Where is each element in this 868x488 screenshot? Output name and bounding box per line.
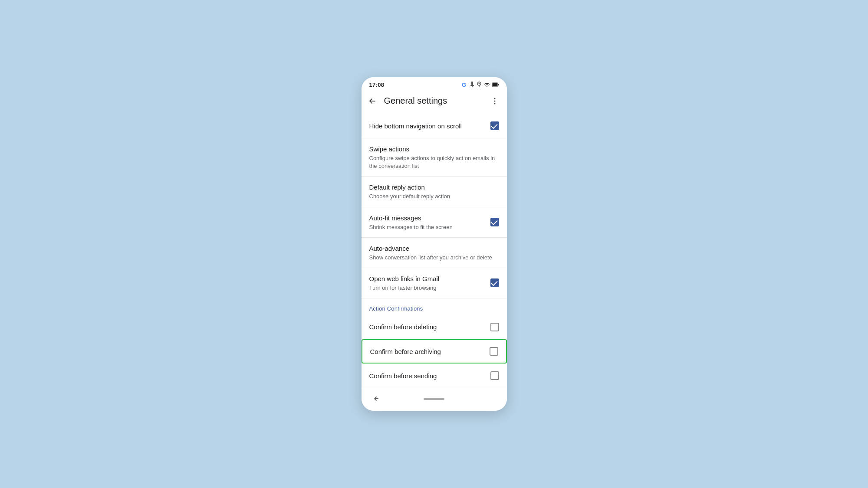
settings-item-subtitle: Shrink messages to fit the screen <box>369 223 490 231</box>
location-icon <box>477 82 482 88</box>
checkbox-confirm-before-sending[interactable] <box>490 371 499 380</box>
svg-text:G: G <box>462 82 466 88</box>
settings-list: Hide bottom navigation on scrollSwipe ac… <box>362 114 507 388</box>
settings-item-subtitle: Choose your default reply action <box>369 193 499 200</box>
settings-item-title: Confirm before deleting <box>369 322 490 331</box>
more-icon <box>490 96 500 106</box>
settings-item-title: Open web links in Gmail <box>369 274 490 283</box>
settings-item-auto-advance[interactable]: Auto-advanceShow conversation list after… <box>362 238 507 268</box>
checkbox-auto-fit-messages[interactable] <box>490 218 499 226</box>
home-pill[interactable] <box>424 398 444 400</box>
svg-point-5 <box>478 83 480 85</box>
settings-item-content: Default reply actionChoose your default … <box>369 183 499 200</box>
checkbox-confirm-before-deleting[interactable] <box>490 323 499 331</box>
settings-item-content: Auto-advanceShow conversation list after… <box>369 244 499 262</box>
nav-back-button[interactable] <box>369 392 383 406</box>
google-icon: G <box>462 82 468 88</box>
settings-item-title: Auto-advance <box>369 244 499 253</box>
battery-icon <box>492 82 499 87</box>
settings-item-auto-fit-messages[interactable]: Auto-fit messagesShrink messages to fit … <box>362 207 507 238</box>
section-header-action-confirmations-header: Action Confirmations <box>362 298 507 315</box>
settings-item-title: Confirm before sending <box>369 371 490 380</box>
more-options-button[interactable] <box>486 92 503 110</box>
status-bar: 17:08 G <box>362 77 507 90</box>
checkbox-open-web-links[interactable] <box>490 278 499 287</box>
settings-item-swipe-actions[interactable]: Swipe actionsConfigure swipe actions to … <box>362 138 507 177</box>
status-time: 17:08 <box>369 82 385 88</box>
app-bar: General settings <box>362 90 507 114</box>
svg-point-12 <box>494 103 495 104</box>
svg-rect-1 <box>471 82 473 85</box>
settings-item-confirm-before-deleting[interactable]: Confirm before deleting <box>362 315 507 339</box>
settings-item-title: Auto-fit messages <box>369 213 490 223</box>
settings-item-confirm-before-sending[interactable]: Confirm before sending <box>362 364 507 388</box>
svg-rect-9 <box>493 83 497 86</box>
settings-item-open-web-links[interactable]: Open web links in GmailTurn on for faste… <box>362 268 507 298</box>
svg-rect-8 <box>498 84 499 85</box>
phone-frame: 17:08 G <box>362 77 507 411</box>
checkbox-confirm-before-archiving[interactable] <box>490 347 498 356</box>
settings-item-content: Hide bottom navigation on scroll <box>369 121 490 131</box>
settings-item-subtitle: Turn on for faster browsing <box>369 284 490 292</box>
settings-item-default-reply-action[interactable]: Default reply actionChoose your default … <box>362 177 507 207</box>
svg-point-10 <box>494 98 495 99</box>
settings-item-content: Swipe actionsConfigure swipe actions to … <box>369 144 499 170</box>
settings-item-content: Confirm before archiving <box>370 347 490 356</box>
page-title: General settings <box>382 96 484 106</box>
svg-point-11 <box>494 100 495 102</box>
section-header-title: Action Confirmations <box>369 305 423 312</box>
back-icon <box>367 96 377 106</box>
checkbox-hide-bottom-nav[interactable] <box>490 121 499 130</box>
back-button[interactable] <box>363 92 381 110</box>
settings-item-content: Confirm before deleting <box>369 322 490 331</box>
settings-item-title: Hide bottom navigation on scroll <box>369 121 490 131</box>
nav-back-icon <box>372 395 380 403</box>
settings-item-title: Default reply action <box>369 183 499 192</box>
settings-item-content: Confirm before sending <box>369 371 490 380</box>
settings-item-subtitle: Configure swipe actions to quickly act o… <box>369 154 499 170</box>
bottom-nav <box>362 388 507 411</box>
settings-item-content: Open web links in GmailTurn on for faste… <box>369 274 490 292</box>
settings-item-hide-bottom-nav[interactable]: Hide bottom navigation on scroll <box>362 114 507 138</box>
status-icons: G <box>462 82 499 88</box>
settings-item-confirm-before-archiving[interactable]: Confirm before archiving <box>362 339 507 364</box>
svg-rect-2 <box>470 85 474 86</box>
settings-item-title: Swipe actions <box>369 144 499 154</box>
settings-item-title: Confirm before archiving <box>370 347 490 356</box>
svg-rect-3 <box>472 86 473 87</box>
usb-icon <box>470 82 475 88</box>
wifi-icon <box>483 82 490 87</box>
settings-item-subtitle: Show conversation list after you archive… <box>369 254 499 262</box>
settings-item-content: Auto-fit messagesShrink messages to fit … <box>369 213 490 231</box>
